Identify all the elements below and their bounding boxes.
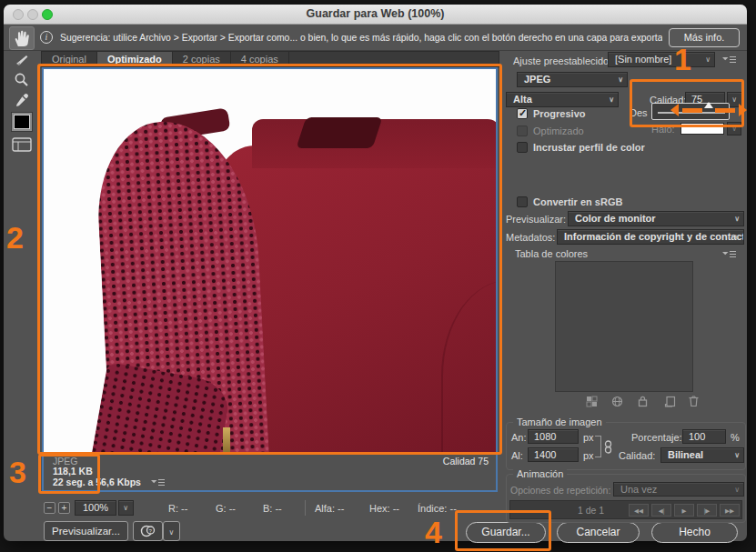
format-value: JPEG [524,74,550,85]
new-item-icon[interactable] [664,396,676,407]
chevron-down-icon: ∨ [705,53,711,66]
incrustar-label: Incrustar perfil de color [533,142,645,153]
incrustar-checkbox[interactable] [517,142,528,153]
optimize-info-strip: JPEG 118,1 KB 22 seg. a 56,6 Kbps Calida… [44,452,496,490]
minimize-window-button[interactable] [27,9,38,20]
color-table-area[interactable] [555,261,693,392]
progresivo-label: Progresivo [533,108,585,119]
eyedropper-icon [14,92,30,108]
previsualizar-select[interactable]: Color de monitor∨ [568,211,744,226]
link-icon[interactable] [603,440,613,454]
animation-title: Animación [513,468,567,479]
color-table-menu-icon[interactable] [722,250,736,259]
lock-icon[interactable] [637,395,649,407]
percent-unit: % [731,432,740,443]
annotation-arrow-right [715,108,735,113]
hand-tool-button[interactable] [9,26,35,50]
window-title: Guardar para Web (100%) [4,5,747,24]
trash-icon[interactable] [688,395,700,407]
play-button[interactable]: ▶ [674,504,694,517]
zoom-out-button[interactable]: − [44,502,55,514]
g-readout: G: -- [216,503,236,514]
quality-overlay-label: Calidad 75 [443,456,489,467]
width-unit: px [583,432,594,443]
chevron-down-icon: ∨ [734,448,740,462]
convertir-srgb-checkbox[interactable] [517,196,528,207]
hecho-button[interactable]: Hecho [651,522,738,543]
format-select[interactable]: JPEG∨ [517,72,628,87]
browser-preview-icon: ? [140,524,156,538]
alfa-readout: Alfa: -- [315,503,344,514]
resample-quality-label: Calidad: [619,450,655,461]
info-icon: i [40,31,53,44]
metadatos-select[interactable]: Información de copyright y de contacto∨ [557,229,744,245]
previsualizar-button[interactable]: Previsualizar... [44,521,128,541]
height-input[interactable]: 1400 [528,447,579,462]
browser-preview-chevron[interactable]: ∨ [163,521,180,541]
annotation-number-2: 2 [6,222,24,253]
b-readout: B: -- [263,503,282,514]
annotation-box-4 [455,510,551,551]
annotation-box-2 [37,64,502,455]
preset-label: Ajuste preestablecido: [513,55,611,66]
annotation-number-1: 1 [674,44,691,75]
hex-readout: Hex: -- [369,503,399,514]
color-swatch[interactable] [11,112,33,132]
indice-readout: Índice: -- [418,503,457,514]
zoom-level-value: 100% [83,502,108,513]
percent-input[interactable]: 100 [682,429,726,444]
width-input[interactable]: 1080 [528,429,579,444]
r-readout: R: -- [168,503,187,514]
slice-select-icon [14,54,30,68]
image-size-title: Tamaño de imagen [513,417,606,427]
slice-visibility-icon [12,137,32,152]
zoom-in-button[interactable]: + [58,502,70,514]
quality-preset-select[interactable]: Alta∨ [506,92,619,107]
chevron-down-icon: ∨ [123,501,128,515]
web-shift-icon[interactable] [611,396,623,407]
slice-visibility-button[interactable] [12,137,32,152]
browser-preview-button[interactable]: ? [133,521,163,541]
eyedropper-tool-button[interactable] [14,92,30,108]
height-label: Al: [511,450,523,461]
quality-preset-value: Alta [513,94,532,105]
optimizado-label: Optimizado [533,125,584,136]
speed-menu-icon[interactable] [151,478,165,487]
zoom-tool-button[interactable] [14,72,30,88]
slice-select-tool-button[interactable] [14,54,30,68]
cancelar-button[interactable]: Cancelar [557,522,640,543]
metadatos-value: Información de copyright y de contacto [564,231,744,242]
annotation-box-1 [630,79,744,127]
chevron-down-icon: ∨ [618,73,623,86]
previsualizar-select-label: Previsualizar: [506,214,566,225]
zoom-window-button[interactable] [42,9,53,20]
annotation-number-3: 3 [9,457,26,487]
first-frame-button[interactable]: ◀◀ [629,504,649,517]
link-bracket [595,436,601,457]
chevron-down-icon: ∨ [734,230,740,244]
next-frame-button[interactable]: |▶ [697,504,717,517]
chevron-down-icon: ∨ [609,93,614,106]
width-label: An: [511,432,527,443]
prev-frame-button[interactable]: ◀| [651,504,671,517]
frame-counter: 1 de 1 [578,505,604,516]
last-frame-button[interactable]: ▶▶ [720,504,740,517]
optimize-menu-icon[interactable] [722,55,736,65]
percent-label: Porcentaje: [631,432,682,443]
optimizado-checkbox[interactable] [517,125,528,136]
zoom-level-select[interactable]: 100% [75,500,116,516]
zoom-level-chevron[interactable]: ∨ [118,500,134,516]
metadatos-select-label: Metadatos: [506,232,555,243]
resample-quality-select[interactable]: Bilineal∨ [660,447,744,463]
status-divider [305,500,306,516]
progresivo-checkbox[interactable] [517,108,528,119]
preset-select[interactable]: [Sin nombre]∨ [608,52,715,67]
zoom-icon [14,72,30,88]
height-unit: px [583,450,594,461]
chevron-down-icon: ∨ [169,528,175,537]
annotation-arrow-left [682,108,702,113]
loop-options-select[interactable]: Una vez∨ [613,482,744,497]
loop-options-label: Opciones de repetición: [510,485,610,496]
close-window-button[interactable] [13,9,24,20]
dither-icon[interactable] [586,396,598,407]
